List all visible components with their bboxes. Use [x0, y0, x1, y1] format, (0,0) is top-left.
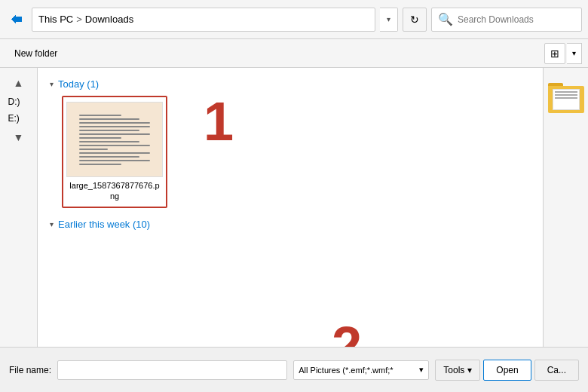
thumbnail-content [73, 109, 156, 171]
thumb-line-1 [79, 115, 121, 116]
thumb-line-2 [79, 118, 139, 120]
thumb-line-6 [79, 133, 150, 135]
folder-preview-line-1 [555, 91, 577, 93]
nav-scroll-up[interactable]: ▲ [5, 74, 32, 92]
nav-scroll-down[interactable]: ▼ [5, 128, 32, 146]
breadcrumb-this-pc: This PC [38, 14, 73, 25]
section-earlier-label: Earlier this week (10) [58, 219, 150, 230]
today-files-grid: large_1587367877676.png [50, 96, 537, 214]
chevron-down-icon: ▾ [387, 15, 390, 23]
search-input[interactable] [458, 14, 575, 25]
file-thumbnail [66, 102, 163, 177]
file-name-label: large_1587367877676.png [68, 180, 161, 202]
section-earlier-header[interactable]: ▾ Earlier this week (10) [50, 214, 537, 236]
folder-preview-line-3 [555, 97, 577, 99]
bottom-buttons: Tools ▾ Open Ca... [435, 360, 579, 381]
view-dropdown-button[interactable]: ▾ [567, 43, 582, 64]
folder-preview [553, 89, 580, 110]
section-earlier: ▾ Earlier this week (10) [50, 214, 537, 236]
folder-body [548, 86, 584, 113]
toolbar: New folder ⊞ ▾ [0, 39, 588, 68]
folder-preview-line-2 [555, 94, 577, 96]
file-item-png[interactable]: large_1587367877676.png [62, 96, 167, 208]
thumb-line-3 [79, 122, 150, 124]
file-type-chevron-icon: ▾ [419, 365, 424, 375]
open-button[interactable]: Open [483, 360, 531, 381]
search-icon: 🔍 [438, 12, 453, 26]
new-folder-button[interactable]: New folder [6, 43, 66, 64]
search-box[interactable]: 🔍 [431, 8, 582, 32]
thumb-line-14 [79, 164, 121, 165]
section-earlier-chevron: ▾ [50, 220, 54, 228]
view-grid-button[interactable]: ⊞ [544, 43, 565, 64]
tools-chevron-icon: ▾ [467, 365, 472, 375]
breadcrumb-dropdown-btn[interactable]: ▾ [380, 8, 398, 32]
refresh-button[interactable]: ↻ [403, 8, 427, 32]
bottom-bar: File name: All Pictures (*.emf;*.wmf;* ▾… [0, 347, 588, 392]
thumb-line-11 [79, 152, 150, 154]
thumb-line-4 [79, 126, 150, 127]
breadcrumb[interactable]: This PC > Downloads [32, 8, 375, 32]
folder-icon [548, 83, 584, 113]
address-bar: 🡄 This PC > Downloads ▾ ↻ 🔍 [0, 0, 588, 39]
main-area: ▲ D:) E:) ▼ ▾ Today (1) [0, 68, 588, 347]
thumb-line-7 [79, 137, 121, 139]
file-name-field-label: File name: [9, 365, 51, 375]
section-today-chevron: ▾ [50, 80, 54, 88]
breadcrumb-sep-1: > [76, 14, 82, 25]
file-area: ▾ Today (1) [38, 68, 543, 347]
tools-label: Tools [443, 365, 464, 375]
thumb-line-12 [79, 156, 139, 158]
breadcrumb-downloads: Downloads [85, 14, 133, 25]
section-today-header[interactable]: ▾ Today (1) [50, 74, 537, 96]
cancel-button[interactable]: Ca... [534, 360, 579, 381]
file-name-input[interactable] [57, 360, 287, 380]
thumb-line-9 [79, 145, 150, 146]
thumb-line-13 [79, 160, 150, 161]
section-today-label: Today (1) [58, 78, 99, 90]
thumb-line-8 [79, 141, 139, 142]
nav-back-icon[interactable]: 🡄 [6, 10, 27, 29]
file-type-label: All Pictures (*.emf;*.wmf;* [299, 366, 393, 375]
sidebar-item-d[interactable]: D:) [5, 95, 32, 109]
sidebar-item-e[interactable]: E:) [5, 112, 32, 125]
tools-button[interactable]: Tools ▾ [435, 360, 480, 381]
nav-pane: ▲ D:) E:) ▼ [0, 68, 38, 347]
refresh-icon: ↻ [410, 14, 419, 26]
view-icons: ⊞ ▾ [544, 43, 582, 64]
thumb-line-10 [79, 149, 108, 150]
file-type-dropdown[interactable]: All Pictures (*.emf;*.wmf;* ▾ [293, 360, 429, 380]
thumb-line-5 [79, 130, 139, 131]
right-panel [543, 68, 588, 347]
